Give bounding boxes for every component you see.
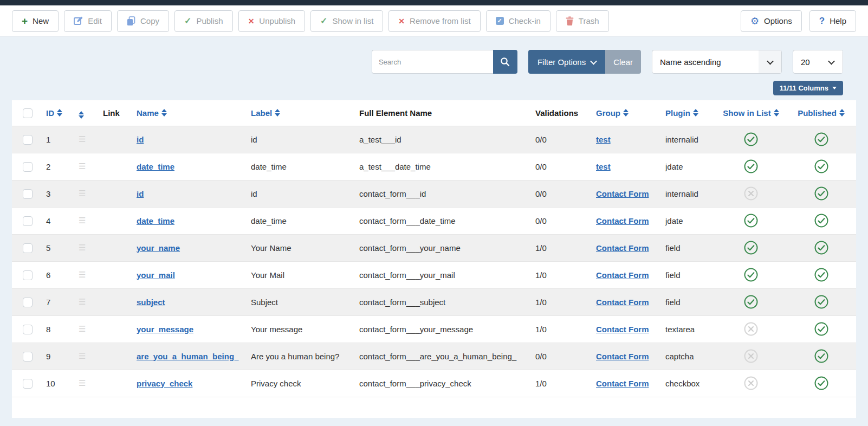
cell-name: privacy_check	[133, 370, 247, 397]
row-checkbox[interactable]	[23, 135, 33, 145]
row-checkbox[interactable]	[23, 216, 33, 226]
published-yes-icon[interactable]	[814, 351, 829, 360]
drag-handle-icon[interactable]: ☰	[79, 270, 86, 279]
sort-select-value: Name ascending	[652, 57, 759, 67]
group-link[interactable]: test	[596, 135, 611, 144]
drag-handle-icon[interactable]: ☰	[79, 297, 86, 306]
drag-handle-icon[interactable]: ☰	[79, 243, 86, 252]
show-in-list-yes-icon[interactable]	[743, 215, 759, 224]
group-link[interactable]: Contact Form	[596, 298, 649, 307]
element-name-link[interactable]: your_mail	[137, 270, 175, 280]
drag-handle-icon[interactable]: ☰	[79, 162, 86, 171]
show-in-list-no-icon[interactable]	[743, 351, 759, 360]
row-checkbox[interactable]	[23, 352, 33, 362]
element-name-link[interactable]: id	[137, 135, 144, 144]
group-link[interactable]: Contact Form	[596, 216, 649, 225]
element-name-link[interactable]: your_name	[137, 243, 180, 253]
row-checkbox[interactable]	[23, 270, 33, 280]
toolbar-button-copy[interactable]: Copy	[117, 10, 169, 32]
search-input[interactable]	[372, 50, 493, 74]
cell-order: ☰	[75, 288, 99, 315]
published-yes-icon[interactable]	[814, 215, 829, 224]
element-name-link[interactable]: id	[137, 189, 144, 198]
cell-group: Contact Form	[592, 370, 662, 397]
sort-toggle-name[interactable]: Name	[137, 108, 167, 118]
search-button[interactable]	[493, 50, 517, 74]
row-checkbox[interactable]	[23, 379, 33, 389]
sort-icon	[161, 109, 167, 117]
published-yes-icon[interactable]	[814, 296, 829, 306]
element-name-link[interactable]: are_you_a_human_being_	[137, 352, 238, 361]
group-link[interactable]: Contact Form	[596, 379, 649, 388]
drag-handle-icon[interactable]: ☰	[79, 378, 86, 388]
sort-toggle-id[interactable]: ID	[46, 108, 62, 118]
group-link[interactable]: Contact Form	[596, 189, 649, 198]
published-yes-icon[interactable]	[814, 378, 829, 387]
toolbar-button-check-in[interactable]: ✓Check-in	[486, 10, 550, 32]
row-checkbox[interactable]	[23, 325, 33, 334]
toolbar-button-publish[interactable]: ✓Publish	[174, 10, 233, 32]
row-checkbox[interactable]	[23, 298, 33, 307]
toolbar-button-new[interactable]: +New	[12, 10, 59, 32]
row-checkbox[interactable]	[23, 162, 33, 172]
toolbar-button-show-in-list[interactable]: ✓Show in list	[310, 10, 383, 32]
show-in-list-yes-icon[interactable]	[743, 134, 759, 143]
drag-handle-icon[interactable]: ☰	[79, 134, 86, 144]
select-all-checkbox[interactable]	[23, 108, 33, 118]
toolbar-button-unpublish[interactable]: ✕Unpublish	[238, 10, 305, 32]
toolbar-button-options[interactable]: ⚙Options	[741, 10, 802, 32]
show-in-list-yes-icon[interactable]	[743, 296, 759, 306]
column-header-name: Name	[133, 100, 247, 126]
sort-toggle-plugin[interactable]: Plugin	[665, 108, 698, 118]
element-name-link[interactable]: privacy_check	[137, 379, 192, 388]
search-group	[372, 50, 517, 74]
element-name-link[interactable]: your_message	[137, 325, 193, 334]
row-checkbox[interactable]	[23, 243, 33, 253]
cell-name: date_time	[133, 153, 247, 180]
chevron-down-icon	[820, 50, 843, 73]
group-link[interactable]: Contact Form	[596, 352, 649, 361]
published-yes-icon[interactable]	[814, 134, 829, 143]
show-in-list-no-icon[interactable]	[743, 188, 759, 197]
sort-toggle-label[interactable]: Label	[251, 108, 280, 118]
published-yes-icon[interactable]	[814, 242, 829, 251]
show-in-list-yes-icon[interactable]	[743, 269, 759, 279]
published-yes-icon[interactable]	[814, 188, 829, 197]
show-in-list-yes-icon[interactable]	[743, 242, 759, 251]
clear-button[interactable]: Clear	[605, 50, 641, 74]
group-link[interactable]: Contact Form	[596, 325, 649, 334]
group-link[interactable]: test	[596, 162, 611, 171]
toolbar-button-remove-from-list[interactable]: ✕Remove from list	[388, 10, 480, 32]
drag-handle-icon[interactable]: ☰	[79, 324, 86, 333]
columns-toggle-button[interactable]: 11/11 Columns	[773, 81, 843, 95]
sort-select[interactable]: Name ascending	[652, 50, 782, 74]
filter-options-button[interactable]: Filter Options	[528, 50, 605, 74]
group-link[interactable]: Contact Form	[596, 243, 649, 253]
element-name-link[interactable]: date_time	[137, 216, 174, 225]
cell-select	[12, 207, 42, 234]
row-checkbox[interactable]	[23, 189, 33, 199]
cell-id: 10	[42, 370, 75, 397]
drag-handle-icon[interactable]: ☰	[79, 216, 86, 225]
published-yes-icon[interactable]	[814, 161, 829, 170]
sort-toggle-published[interactable]: Published	[798, 108, 845, 118]
toolbar-button-label: Help	[830, 16, 846, 25]
show-in-list-no-icon[interactable]	[743, 324, 759, 333]
group-link[interactable]: Contact Form	[596, 270, 649, 280]
drag-handle-icon[interactable]: ☰	[79, 351, 86, 360]
sort-toggle-show-in-list[interactable]: Show in List	[723, 108, 779, 118]
element-name-link[interactable]: subject	[137, 298, 165, 307]
drag-handle-icon[interactable]: ☰	[79, 189, 86, 198]
toolbar-button-help[interactable]: ?Help	[809, 10, 856, 32]
element-name-link[interactable]: date_time	[137, 162, 174, 171]
published-yes-icon[interactable]	[814, 324, 829, 333]
published-yes-icon[interactable]	[814, 269, 829, 279]
sort-toggle-order[interactable]	[79, 111, 84, 119]
sort-toggle-group[interactable]: Group	[596, 108, 629, 118]
toolbar-button-edit[interactable]: Edit	[64, 10, 112, 32]
show-in-list-yes-icon[interactable]	[743, 161, 759, 170]
toolbar-button-trash[interactable]: Trash	[556, 10, 609, 32]
show-in-list-no-icon[interactable]	[743, 378, 759, 387]
cell-link	[99, 261, 133, 288]
limit-select[interactable]: 20	[793, 50, 843, 74]
